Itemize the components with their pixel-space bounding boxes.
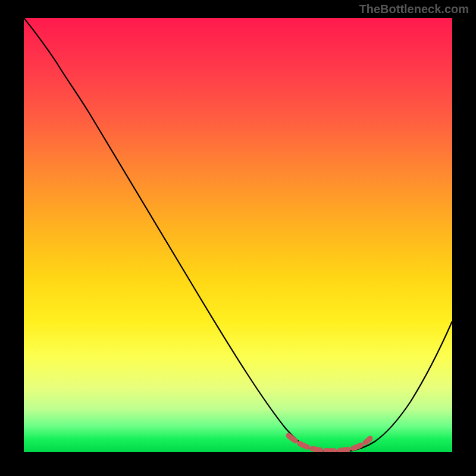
main-curve-path xyxy=(24,18,452,452)
bottom-marker-path xyxy=(289,436,370,451)
watermark-text: TheBottleneck.com xyxy=(359,2,469,16)
chart-svg xyxy=(24,18,452,452)
plot-area xyxy=(24,18,452,452)
